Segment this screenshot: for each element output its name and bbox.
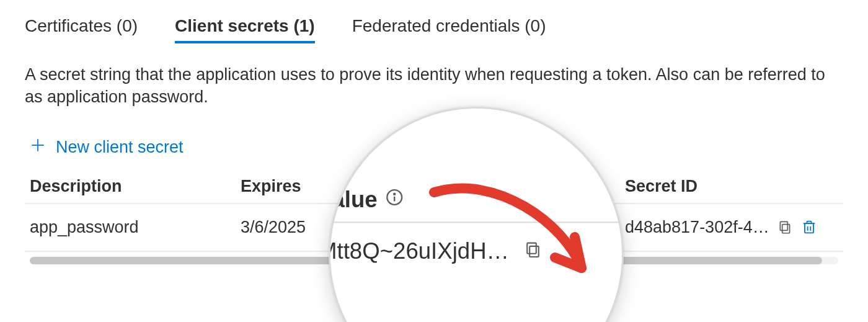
svg-rect-9 xyxy=(805,224,813,233)
svg-rect-8 xyxy=(780,222,787,231)
svg-rect-5 xyxy=(525,225,532,233)
column-header-description: Description xyxy=(30,176,241,197)
info-icon[interactable] xyxy=(421,176,437,197)
delete-button[interactable] xyxy=(800,218,818,236)
plus-icon xyxy=(30,137,46,158)
secrets-table: Description Expires Value Secret ID app_… xyxy=(25,172,843,252)
column-header-expires: Expires xyxy=(241,176,371,197)
copy-value-button[interactable] xyxy=(519,219,535,235)
cell-value: Mtt8Q~26uIXjdH… xyxy=(371,218,512,237)
cell-description: app_password xyxy=(30,218,241,237)
column-header-value: Value xyxy=(371,176,625,197)
scrollbar-thumb[interactable] xyxy=(30,257,822,264)
tabs: Certificates (0) Client secrets (1) Fede… xyxy=(25,16,843,41)
tab-federated-credentials[interactable]: Federated credentials (0) xyxy=(352,16,546,43)
horizontal-scrollbar[interactable] xyxy=(30,257,838,264)
section-description: A secret string that the application use… xyxy=(25,63,843,109)
copy-id-button[interactable] xyxy=(777,219,793,235)
tab-client-secrets[interactable]: Client secrets (1) xyxy=(175,16,315,43)
cell-secret-id: d48ab817-302f-4… xyxy=(625,218,769,237)
new-client-secret-label: New client secret xyxy=(56,138,184,157)
svg-point-4 xyxy=(428,181,430,182)
svg-rect-7 xyxy=(782,225,789,233)
new-client-secret-button[interactable]: New client secret xyxy=(30,137,184,158)
cell-expires: 3/6/2025 xyxy=(241,218,371,237)
column-header-secret-id: Secret ID xyxy=(625,176,838,197)
table-row: app_password 3/6/2025 Mtt8Q~26uIXjdH… d4… xyxy=(25,204,843,252)
tab-certificates[interactable]: Certificates (0) xyxy=(25,16,138,43)
svg-rect-6 xyxy=(523,222,530,231)
